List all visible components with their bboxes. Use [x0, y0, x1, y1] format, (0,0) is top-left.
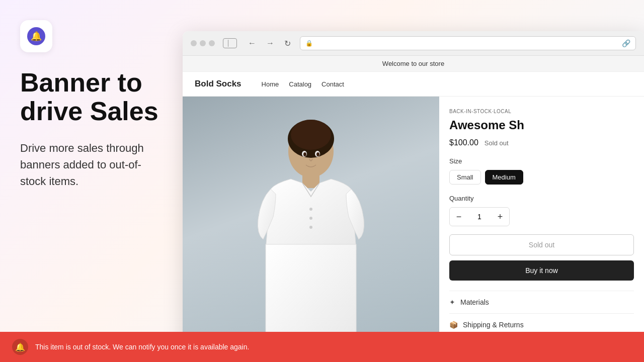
svg-point-7 [309, 226, 312, 229]
product-area: BACK-IN-STOCK·LOCAL Awesome Sh $100.00 S… [183, 97, 644, 362]
sidebar-toggle-icon[interactable] [223, 38, 237, 48]
store-content: Welcome to our store Bold Socks Home Cat… [183, 56, 644, 362]
hero-description: Drive more sales through banners added t… [20, 140, 161, 190]
dot-close [191, 40, 197, 46]
sold-out-inline-badge: Sold out [485, 139, 509, 147]
banner-text: Welcome to our store [382, 60, 444, 67]
product-image [183, 97, 439, 362]
quantity-decrease[interactable]: − [450, 208, 468, 226]
materials-icon: ✦ [449, 298, 455, 306]
back-button[interactable]: ← [245, 38, 259, 49]
bell-icon: 🔔 [27, 27, 45, 45]
svg-point-3 [291, 120, 331, 150]
nav-buttons: ← → ↻ [245, 38, 294, 49]
size-options: Small Medium [449, 170, 634, 185]
nav-links: Home Catalog Contact [262, 80, 344, 88]
svg-point-5 [309, 208, 312, 211]
size-label: Size [449, 157, 634, 165]
nav-contact[interactable]: Contact [321, 80, 344, 88]
hero-title: Banner to drive Sales [20, 68, 161, 126]
shipping-icon: 📦 [449, 321, 458, 329]
product-image-container [183, 97, 439, 362]
nav-catalog[interactable]: Catalog [289, 80, 311, 88]
notification-bell-icon: 🔔 [12, 339, 28, 355]
dot-minimize [200, 40, 206, 46]
dot-maximize [209, 40, 215, 46]
size-medium[interactable]: Medium [485, 170, 523, 185]
accordion-materials[interactable]: ✦ Materials [449, 291, 634, 314]
buy-now-button[interactable]: Buy it now [449, 260, 634, 281]
quantity-label: Quantity [449, 195, 634, 202]
browser-window: ← → ↻ 🔒 🔗 Welcome to our store Bold Sock… [183, 31, 644, 362]
product-details: BACK-IN-STOCK·LOCAL Awesome Sh $100.00 S… [439, 97, 644, 362]
notification-text: This item is out of stock. We can notify… [35, 343, 249, 351]
size-small[interactable]: Small [449, 170, 481, 185]
store-nav: Bold Socks Home Catalog Contact [183, 72, 644, 97]
nav-home[interactable]: Home [262, 80, 279, 88]
quantity-control: − 1 + [449, 207, 510, 226]
forward-button[interactable]: → [263, 38, 277, 49]
address-bar[interactable]: 🔒 🔗 [300, 36, 636, 50]
person-illustration [235, 109, 386, 350]
app-icon-wrapper: 🔔 [20, 20, 52, 52]
product-title: Awesome Sh [449, 118, 634, 132]
quantity-value: 1 [468, 213, 491, 221]
traffic-lights [191, 40, 215, 46]
product-badge: BACK-IN-STOCK·LOCAL [449, 109, 634, 114]
store-banner: Welcome to our store [183, 56, 644, 72]
svg-point-11 [316, 152, 319, 156]
materials-label: Materials [460, 298, 634, 306]
left-panel: 🔔 Banner to drive Sales Drive more sales… [0, 0, 181, 362]
lock-icon: 🔒 [305, 40, 313, 47]
sold-out-button: Sold out [449, 234, 634, 255]
product-price: $100.00 [449, 138, 478, 147]
svg-point-6 [309, 217, 312, 220]
quantity-increase[interactable]: + [491, 208, 509, 226]
link-icon: 🔗 [622, 39, 630, 47]
store-logo: Bold Socks [195, 79, 242, 89]
svg-point-10 [303, 152, 306, 156]
price-row: $100.00 Sold out [449, 138, 634, 147]
refresh-button[interactable]: ↻ [281, 38, 294, 49]
notification-bar: 🔔 This item is out of stock. We can noti… [0, 332, 644, 362]
shipping-label: Shipping & Returns [463, 321, 634, 329]
browser-chrome: ← → ↻ 🔒 🔗 [183, 31, 644, 56]
